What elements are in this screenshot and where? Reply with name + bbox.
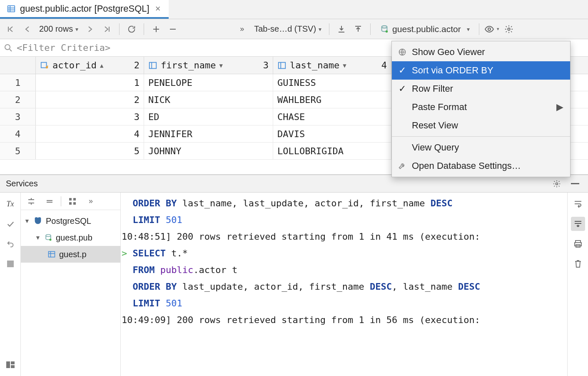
- row-count-dropdown[interactable]: 200 rows▾: [37, 22, 81, 36]
- sort-desc-icon: ▼: [343, 62, 346, 69]
- cell-last-name[interactable]: GUINESS: [273, 74, 391, 91]
- row-number-header: [0, 57, 36, 74]
- menu-open-database-settings[interactable]: Open Database Settings…: [392, 157, 570, 175]
- menu-row-filter[interactable]: ✓ Row Filter: [392, 80, 570, 98]
- next-page-button[interactable]: [83, 22, 97, 36]
- svg-rect-21: [11, 361, 15, 364]
- datasource-selector[interactable]: guest.public.actor ▾: [376, 22, 474, 36]
- commit-button[interactable]: [3, 217, 17, 231]
- svg-rect-18: [571, 183, 579, 184]
- sort-desc-icon: ▼: [219, 62, 222, 69]
- svg-rect-13: [149, 62, 157, 68]
- check-icon: ✓: [398, 83, 407, 94]
- globe-icon: [398, 48, 407, 56]
- first-page-button[interactable]: [3, 22, 17, 36]
- table-icon: [7, 4, 16, 13]
- add-row-button[interactable]: [149, 22, 163, 36]
- filter-placeholder: <Filter Criteria>: [17, 43, 110, 53]
- svg-point-7: [508, 28, 510, 30]
- datasource-icon: [44, 233, 52, 242]
- tree-collapse-icon: ▼: [35, 234, 41, 241]
- cell-actor-id[interactable]: 1: [36, 74, 144, 91]
- rollback-button[interactable]: [3, 237, 17, 251]
- menu-sort-via-order-by[interactable]: ✓ Sort via ORDER BY: [392, 61, 570, 80]
- editor-tab[interactable]: guest.public.actor [PostgreSQL] ×: [0, 0, 169, 19]
- menu-separator: [392, 136, 570, 137]
- more-actions-button[interactable]: »: [235, 22, 249, 36]
- column-header-last-name[interactable]: last_name ▼ 4: [273, 57, 391, 74]
- tab-title: guest.public.actor [PostgreSQL]: [20, 3, 149, 14]
- export-format-dropdown[interactable]: Tab-se…d (TSV)▾: [252, 22, 324, 36]
- settings-button[interactable]: [502, 22, 516, 36]
- datasource-icon: [380, 25, 389, 34]
- tree-table[interactable]: guest.p: [21, 246, 120, 263]
- svg-point-8: [5, 45, 10, 50]
- expand-all-button[interactable]: [24, 194, 38, 208]
- svg-rect-29: [49, 251, 55, 257]
- stop-button[interactable]: [3, 257, 17, 271]
- chevron-down-icon: ▾: [467, 26, 470, 33]
- svg-rect-25: [69, 202, 72, 205]
- svg-rect-15: [279, 62, 286, 68]
- column-header-first-name[interactable]: first_name ▼ 3: [144, 57, 273, 74]
- svg-point-27: [46, 235, 51, 237]
- prev-page-button[interactable]: [20, 22, 34, 36]
- services-tree: ▼ PostgreSQL ▼ guest.pub guest.p: [21, 210, 120, 265]
- row-number: 1: [0, 74, 36, 91]
- clear-button[interactable]: [571, 257, 585, 271]
- tx-button[interactable]: Tx: [3, 197, 17, 211]
- svg-rect-12: [47, 65, 48, 67]
- wrench-icon: [398, 162, 407, 170]
- group-button[interactable]: [65, 194, 80, 208]
- tree-connection[interactable]: ▼ guest.pub: [21, 229, 120, 246]
- data-toolbar: 200 rows▾ » Tab-se…d (TSV)▾ guest.public…: [0, 19, 588, 39]
- chevron-down-icon: ▾: [75, 26, 78, 33]
- services-header: Services: [0, 175, 588, 193]
- download-button[interactable]: [334, 22, 349, 36]
- column-header-actor-id[interactable]: actor_id ▲ 2: [36, 57, 144, 74]
- row-number: 2: [0, 91, 36, 108]
- services-settings-button[interactable]: [550, 177, 564, 191]
- svg-point-4: [382, 25, 387, 28]
- services-title: Services: [6, 179, 38, 188]
- last-page-button[interactable]: [100, 22, 114, 36]
- editor-tab-bar: guest.public.actor [PostgreSQL] ×: [0, 0, 588, 19]
- menu-paste-format[interactable]: Paste Format ▶: [392, 98, 570, 116]
- svg-rect-0: [8, 5, 15, 12]
- print-button[interactable]: [571, 237, 585, 251]
- svg-line-9: [10, 49, 12, 51]
- upload-button[interactable]: [351, 22, 365, 36]
- row-number: 5: [0, 143, 36, 159]
- submenu-arrow-icon: ▶: [556, 102, 563, 113]
- row-number: 4: [0, 125, 36, 142]
- svg-rect-26: [73, 202, 76, 205]
- services-tree-pane: » ▼ PostgreSQL ▼ guest.pub guest.p: [21, 193, 121, 376]
- services-console[interactable]: ORDER BY last_name, last_update, actor_i…: [121, 193, 567, 376]
- svg-rect-20: [6, 361, 10, 368]
- svg-rect-23: [69, 198, 72, 201]
- scroll-to-end-button[interactable]: [571, 217, 585, 231]
- menu-show-geo-viewer[interactable]: Show Geo Viewer: [392, 43, 570, 61]
- layout-button[interactable]: [3, 358, 17, 372]
- view-options-button[interactable]: ▾: [484, 22, 499, 36]
- remove-row-button[interactable]: [166, 22, 180, 36]
- table-icon: [47, 250, 56, 258]
- reload-button[interactable]: [125, 22, 139, 36]
- tree-collapse-icon: ▼: [24, 218, 30, 224]
- menu-view-query[interactable]: View Query: [392, 138, 570, 157]
- more-tree-button[interactable]: »: [84, 194, 98, 208]
- collapse-all-button[interactable]: [42, 194, 57, 208]
- sort-asc-icon: ▲: [100, 62, 103, 69]
- wrap-button[interactable]: [571, 197, 585, 211]
- settings-context-menu: Show Geo Viewer ✓ Sort via ORDER BY ✓ Ro…: [391, 41, 571, 177]
- menu-reset-view[interactable]: Reset View: [392, 116, 570, 135]
- svg-rect-22: [11, 365, 15, 368]
- close-tab-button[interactable]: ×: [154, 3, 162, 14]
- chevron-down-icon: ▾: [319, 26, 321, 33]
- cell-first-name[interactable]: PENELOPE: [144, 74, 273, 91]
- services-hide-button[interactable]: [568, 177, 582, 191]
- column-icon: [277, 61, 287, 70]
- services-left-toolbar: Tx: [0, 193, 21, 376]
- postgres-icon: [33, 216, 42, 226]
- tree-datasource[interactable]: ▼ PostgreSQL: [21, 213, 120, 229]
